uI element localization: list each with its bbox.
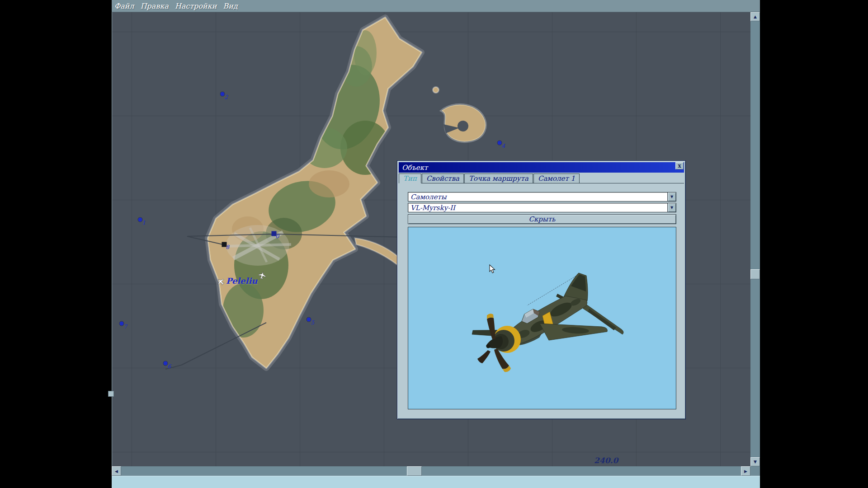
waypoint-label: 5 — [311, 319, 315, 326]
waypoint-0[interactable]: 0 — [272, 231, 277, 236]
waypoint-label: 1 — [142, 220, 146, 226]
model-select[interactable]: VL-Myrsky-II ▼ — [408, 203, 676, 212]
hide-button[interactable]: Скрыть — [408, 214, 676, 224]
dialog-title: Объект — [402, 164, 428, 172]
dialog-body: Самолеты ▼ VL-Myrsky-II ▼ Скрыть — [397, 183, 685, 419]
waypoint-label: 4 — [502, 143, 505, 149]
dialog-tabs: Тип Свойства Точка маршрута Самолет 1 — [399, 174, 684, 183]
chevron-down-icon[interactable]: ▼ — [667, 203, 676, 212]
tab-waypoint[interactable]: Точка маршрута — [464, 174, 533, 183]
category-value: Самолеты — [408, 193, 667, 201]
scroll-down-button[interactable]: ▼ — [750, 457, 760, 466]
tab-type[interactable]: Тип — [399, 174, 421, 183]
horizontal-scrollbar[interactable]: ◀ ▶ — [112, 466, 750, 476]
arrow-right-icon: ▶ — [744, 469, 747, 474]
waypoint-label: 8 — [226, 244, 230, 250]
vertical-scroll-thumb[interactable] — [750, 269, 760, 279]
waypoint-6[interactable]: 6 — [164, 361, 168, 366]
waypoint-1[interactable]: 1 — [138, 218, 142, 222]
scroll-right-button[interactable]: ▶ — [741, 466, 750, 476]
close-icon: x — [678, 163, 681, 169]
waypoint-5[interactable]: 5 — [307, 318, 311, 322]
waypoint-4[interactable]: 4 — [498, 141, 502, 145]
waypoint-label: 6 — [168, 363, 171, 370]
menu-edit[interactable]: Правка — [141, 2, 169, 10]
arrow-up-icon: ▲ — [754, 14, 757, 19]
status-bar — [112, 476, 760, 488]
app-window: Файл Правка Настройки Вид — [0, 0, 868, 488]
splitter-handle[interactable] — [108, 391, 114, 397]
menu-bar: Файл Правка Настройки Вид — [112, 0, 760, 12]
chevron-down-icon[interactable]: ▼ — [667, 192, 676, 201]
scroll-up-button[interactable]: ▲ — [750, 12, 760, 21]
waypoint-7[interactable]: 7 — [120, 322, 124, 326]
aircraft-preview — [408, 227, 676, 409]
dialog-titlebar[interactable]: Объект — [399, 162, 684, 173]
waypoint-2[interactable]: 2 — [221, 92, 225, 96]
menu-file[interactable]: Файл — [114, 2, 134, 10]
tab-aircraft-1[interactable]: Самолет 1 — [533, 174, 580, 183]
tab-properties[interactable]: Свойства — [422, 174, 464, 183]
prop-blade — [487, 318, 495, 339]
scroll-left-button[interactable]: ◀ — [112, 466, 121, 476]
waypoint-label: 2 — [225, 94, 228, 100]
close-button[interactable]: x — [675, 162, 684, 169]
arrow-left-icon: ◀ — [115, 469, 118, 474]
waypoint-label: 0 — [276, 233, 279, 239]
waypoint-label: 7 — [124, 324, 127, 330]
map-scale-readout: 240.0 — [594, 456, 618, 465]
vertical-scrollbar[interactable]: ▲ ▼ — [750, 12, 760, 466]
waypoint-8[interactable]: 8 — [222, 242, 227, 247]
letterbox-left — [0, 0, 112, 488]
menu-view[interactable]: Вид — [223, 2, 237, 10]
mouse-cursor — [489, 264, 495, 274]
horizontal-scroll-thumb[interactable] — [407, 466, 422, 476]
prop-blade — [477, 350, 491, 363]
menu-settings[interactable]: Настройки — [175, 2, 217, 10]
letterbox-right — [760, 0, 868, 488]
aircraft-render — [408, 227, 676, 409]
arrow-down-icon: ▼ — [754, 460, 757, 464]
object-dialog: Объект x Тип Свойства Точка маршрута Сам… — [397, 161, 685, 419]
category-select[interactable]: Самолеты ▼ — [408, 192, 676, 202]
scrollbar-corner — [750, 466, 760, 476]
island-label: Peleliu — [226, 276, 258, 286]
model-value: VL-Myrsky-II — [408, 204, 667, 212]
